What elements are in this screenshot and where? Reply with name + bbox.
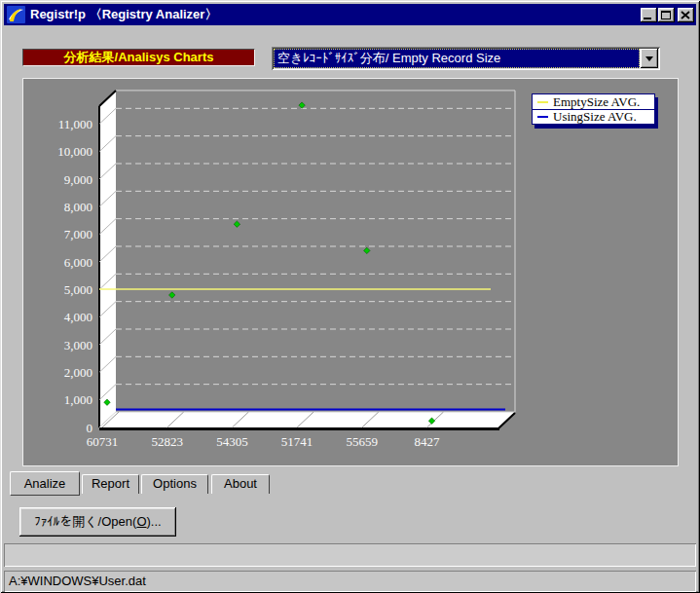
tab-options[interactable]: Options [141, 474, 208, 494]
x-axis-label: 54305 [216, 434, 248, 449]
status-text: A:¥WINDOWS¥User.dat [9, 574, 146, 588]
emptysize-avg-swatch [537, 101, 548, 103]
y-axis-label: 3,000 [64, 338, 92, 352]
legend-item-usingsize: UsingSize AVG. [533, 109, 654, 124]
data-point [234, 221, 239, 227]
y-axis-label: 4,000 [64, 310, 92, 324]
data-point [364, 247, 370, 253]
y-axis-label: 6,000 [64, 255, 92, 270]
y-axis-label: 7,000 [64, 227, 92, 241]
chart-panel: 01,0002,0003,0004,0005,0006,0007,0008,00… [22, 78, 679, 466]
data-point [299, 102, 305, 108]
y-axis-label: 0 [87, 421, 93, 435]
x-axis-label: 8427 [415, 434, 441, 449]
x-axis-label: 52823 [151, 434, 183, 449]
tab-analize[interactable]: Analize [10, 471, 80, 496]
status-bar: A:¥WINDOWS¥User.dat [4, 571, 696, 592]
open-file-accesskey: O [136, 514, 146, 529]
minimize-icon [644, 18, 651, 19]
y-axis-label: 5,000 [64, 282, 92, 297]
legend-item-emptysize: EmptySize AVG. [533, 94, 654, 109]
window-title: Registr!p 〈Registry Analizer〉 [30, 6, 640, 23]
section-label: 分析結果/Analisys Charts [22, 49, 255, 66]
scatter-chart-3d: 01,0002,0003,0004,0005,0006,0007,0008,00… [23, 79, 678, 465]
chart-floor [99, 412, 515, 427]
chart-legend: EmptySize AVG. UsingSize AVG. [532, 93, 655, 125]
tab-about[interactable]: About [211, 474, 270, 494]
open-file-label-prefix: ﾌｧｲﾙを開く/Open( [34, 514, 136, 529]
y-axis-label: 9,000 [64, 172, 92, 187]
legend-label: UsingSize AVG. [553, 109, 637, 125]
usingsize-avg-swatch [537, 116, 548, 118]
title-bar[interactable]: Registr!p 〈Registry Analizer〉 [4, 4, 696, 25]
close-button[interactable] [678, 8, 694, 22]
x-axis-label: 60731 [87, 434, 119, 449]
progress-bar [4, 543, 696, 567]
close-icon [681, 11, 690, 19]
combobox-dropdown-button[interactable] [641, 49, 658, 68]
x-axis-label: 55659 [347, 434, 379, 449]
app-window: Registr!p 〈Registry Analizer〉 分析結果/Anali… [0, 0, 700, 593]
chart-type-selected-value: 空きﾚｺｰﾄﾞｻｲｽﾞ分布/ Empty Record Size [274, 49, 640, 68]
legend-label: EmptySize AVG. [553, 94, 640, 110]
y-axis-label: 1,000 [64, 392, 92, 407]
y-axis-label: 11,000 [58, 117, 92, 131]
open-file-button[interactable]: ﾌｧｲﾙを開く/Open(O)... [19, 507, 176, 537]
maximize-icon [661, 11, 671, 19]
open-file-label-suffix: )... [147, 514, 162, 529]
y-axis-label: 2,000 [64, 365, 92, 380]
x-axis-label: 51741 [281, 434, 313, 449]
chevron-down-icon [645, 56, 653, 61]
minimize-button[interactable] [641, 8, 657, 22]
y-axis-label: 8,000 [64, 200, 92, 214]
chart-type-combobox[interactable]: 空きﾚｺｰﾄﾞｻｲｽﾞ分布/ Empty Record Size [272, 47, 660, 70]
app-icon [7, 6, 25, 23]
maximize-button[interactable] [658, 8, 675, 22]
tab-report[interactable]: Report [82, 474, 139, 494]
y-axis-label: 10,000 [57, 144, 92, 159]
data-point [169, 292, 175, 298]
